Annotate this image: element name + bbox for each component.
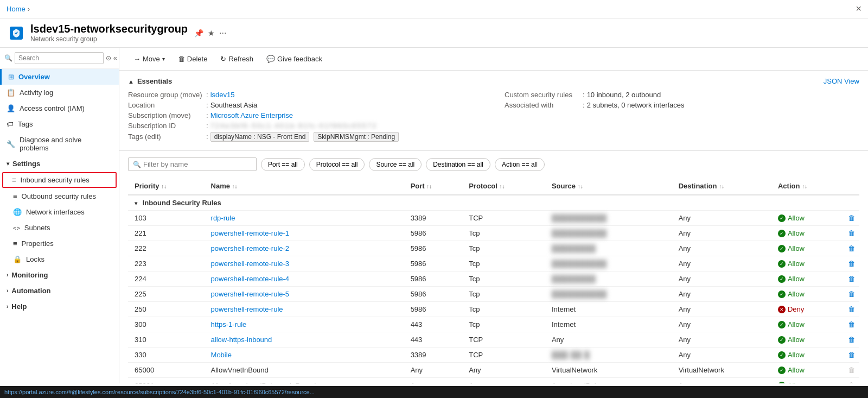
action-cell: ✓Allow [771,287,843,302]
delete-row-icon[interactable]: 🗑 [848,351,855,359]
source-cell: AzureLoadBalancer [545,378,672,384]
sidebar-item-outbound-rules[interactable]: ≡ Outbound security rules [0,188,119,204]
delete-cell[interactable]: 🗑 [843,287,859,302]
rule-name-link[interactable]: rdp-rule [211,214,235,222]
source-filter-pill[interactable]: Source == all [369,158,422,171]
name-cell[interactable]: Mobile [205,348,404,363]
sidebar-item-subnets[interactable]: <> Subnets [0,220,119,236]
rule-name-link[interactable]: powershell-remote-rule [211,305,283,313]
action-filter-pill[interactable]: Action == all [495,158,545,171]
delete-row-icon[interactable]: 🗑 [848,260,855,268]
sidebar-item-locks[interactable]: 🔒 Locks [0,251,119,267]
protocol-cell: Tcp [462,226,545,241]
action-cell: ✓Allow [771,271,843,287]
delete-row-icon[interactable]: 🗑 [848,229,855,237]
delete-cell[interactable]: 🗑 [843,317,859,332]
source-header[interactable]: Source ↑↓ [545,178,672,195]
name-cell[interactable]: allow-https-inbound [205,332,404,348]
feedback-button[interactable]: 💬 Give feedback [261,52,328,66]
name-cell[interactable]: powershell-remote-rule [205,302,404,317]
delete-row-icon[interactable]: 🗑 [848,275,855,283]
sidebar-collapse-button[interactable]: « [113,54,117,62]
sidebar-filter-button[interactable]: ⊙ [106,54,111,62]
delete-row-icon[interactable]: 🗑 [848,320,855,328]
delete-cell[interactable]: 🗑 [843,332,859,348]
sidebar-item-inbound-rules[interactable]: ≡ Inbound security rules [2,172,117,188]
delete-cell[interactable]: 🗑 [843,211,859,226]
essentials-chevron-icon[interactable]: ▲ [128,78,134,85]
rule-name-link[interactable]: powershell-remote-rule-1 [211,229,290,237]
rule-name-link[interactable]: https-1-rule [211,320,247,328]
port-filter-pill[interactable]: Port == all [261,158,305,171]
delete-cell[interactable]: 🗑 [843,241,859,256]
sidebar-item-diagnose[interactable]: 🔧 Diagnose and solve problems [0,132,119,156]
sidebar-item-label: Tags [18,120,33,128]
name-cell[interactable]: powershell-remote-rule-3 [205,256,404,271]
breadcrumb-home[interactable]: Home [7,5,25,13]
rule-name-link[interactable]: powershell-remote-rule-3 [211,260,290,268]
name-cell[interactable]: powershell-remote-rule-2 [205,241,404,256]
action-cell: ✕Deny [771,302,843,317]
sidebar-search-container: 🔍 ⊙ « [0,48,119,69]
delete-cell[interactable]: 🗑 [843,302,859,317]
refresh-button[interactable]: ↻ Refresh [215,52,259,66]
action-cell: ✓Allow [771,317,843,332]
sidebar-item-overview[interactable]: ⊞ Overview [0,69,119,85]
delete-cell[interactable]: 🗑 [843,271,859,287]
sidebar-item-iam[interactable]: 👤 Access control (IAM) [0,100,119,116]
delete-cell[interactable]: 🗑 [843,348,859,363]
sidebar-item-activity-log[interactable]: 📋 Activity log [0,85,119,100]
search-icon: 🔍 [4,54,12,62]
delete-row-icon[interactable]: 🗑 [848,214,855,222]
name-cell[interactable]: powershell-remote-rule-5 [205,287,404,302]
delete-row-icon[interactable]: 🗑 [848,305,855,313]
subscription-link[interactable]: Microsoft Azure Enterprise [210,111,293,119]
sidebar-item-properties[interactable]: ≡ Properties [0,236,119,251]
rule-name-link[interactable]: powershell-remote-rule-2 [211,244,290,252]
delete-row-icon[interactable]: 🗑 [848,244,855,252]
rule-name-link[interactable]: Mobile [211,351,232,359]
delete-cell[interactable]: 🗑 [843,256,859,271]
priority-header[interactable]: Priority ↑↓ [128,178,205,195]
more-button[interactable]: ··· [219,28,226,38]
json-view-link[interactable]: JSON View [824,77,859,85]
sidebar-group-automation[interactable]: › Automation [0,283,119,299]
favorite-button[interactable]: ★ [208,29,215,37]
delete-row-icon[interactable]: 🗑 [848,290,855,298]
name-header[interactable]: Name ↑↓ [205,178,404,195]
delete-row-icon[interactable]: 🗑 [848,336,855,344]
name-cell[interactable]: rdp-rule [205,211,404,226]
port-header[interactable]: Port ↑↓ [404,178,463,195]
sidebar-item-label: Overview [18,73,50,81]
section-chevron-icon[interactable]: ▾ [135,200,137,206]
filter-by-name-input[interactable] [143,160,252,168]
protocol-sort-icon: ↑↓ [500,184,505,189]
sidebar-group-help[interactable]: › Help [0,299,119,314]
delete-cell: 🗑 [843,363,859,378]
name-cell[interactable]: https-1-rule [205,317,404,332]
delete-button[interactable]: 🗑 Delete [173,52,213,66]
destination-header[interactable]: Destination ↑↓ [672,178,771,195]
action-cell: ✓Allow [771,256,843,271]
rule-name-link[interactable]: powershell-remote-rule-4 [211,275,290,283]
protocol-filter-pill[interactable]: Protocol == all [309,158,365,171]
destination-filter-pill[interactable]: Destination == all [426,158,490,171]
name-cell[interactable]: powershell-remote-rule-1 [205,226,404,241]
source-cell: ██████████ [545,211,672,226]
resource-group-link[interactable]: lsdev15 [210,91,235,99]
sidebar-search-input[interactable] [15,52,104,64]
rule-name-link[interactable]: allow-https-inbound [211,336,272,344]
sidebar-group-settings[interactable]: ▾ Settings [0,156,119,172]
delete-cell[interactable]: 🗑 [843,226,859,241]
sidebar-item-tags[interactable]: 🏷 Tags [0,116,119,132]
action-header[interactable]: Action ↑↓ [771,178,843,195]
protocol-header[interactable]: Protocol ↑↓ [462,178,545,195]
pin-button[interactable]: 📌 [194,29,203,37]
move-button[interactable]: → Move ▾ [128,52,170,66]
rule-name-link[interactable]: powershell-remote-rule-5 [211,290,290,298]
sidebar-item-network-interfaces[interactable]: 🌐 Network interfaces [0,204,119,220]
sidebar-group-monitoring[interactable]: › Monitoring [0,267,119,283]
name-cell[interactable]: powershell-remote-rule-4 [205,271,404,287]
close-window-button[interactable]: × [856,3,861,15]
activity-log-icon: 📋 [7,89,15,97]
